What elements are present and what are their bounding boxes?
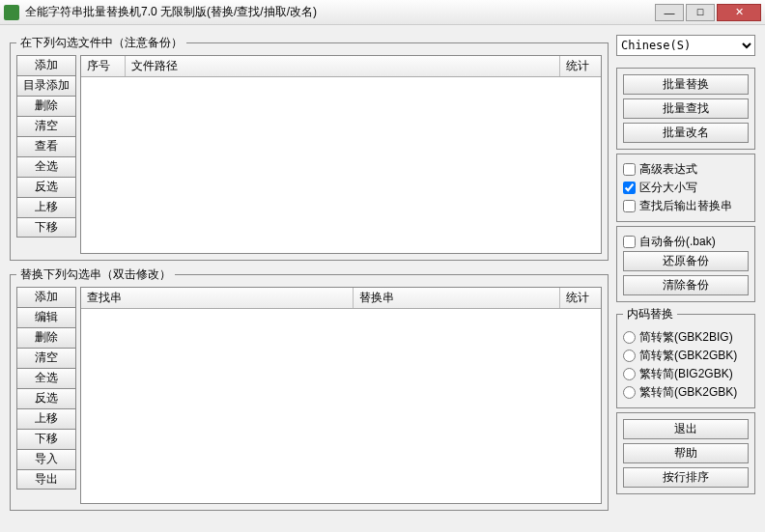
files-button-column: 添加 目录添加 删除 清空 查看 全选 反选 上移 下移	[16, 55, 76, 254]
strings-select-all-button[interactable]: 全选	[16, 368, 76, 388]
window-title: 全能字符串批量替换机7.0 无限制版(替换/查找/抽取/改名)	[25, 4, 653, 20]
strings-invert-sel-button[interactable]: 反选	[16, 388, 76, 408]
files-col-index[interactable]: 序号	[81, 56, 126, 76]
strings-col-replace[interactable]: 替换串	[354, 288, 560, 308]
files-panel: 在下列勾选文件中（注意备份） 添加 目录添加 删除 清空 查看 全选 反选 上移…	[10, 35, 609, 261]
strings-clear-button[interactable]: 清空	[16, 348, 76, 368]
strings-export-button[interactable]: 导出	[16, 469, 76, 490]
strings-delete-button[interactable]: 删除	[16, 327, 76, 348]
strings-panel-legend: 替换下列勾选串（双击修改）	[16, 266, 175, 283]
files-invert-sel-button[interactable]: 反选	[16, 177, 76, 197]
files-view-button[interactable]: 查看	[16, 136, 76, 156]
sort-lines-button[interactable]: 按行排序	[623, 467, 749, 488]
strings-col-find[interactable]: 查找串	[81, 288, 354, 308]
encoding-convert-legend: 内码替换	[623, 306, 677, 322]
strings-col-stats[interactable]: 统计	[560, 288, 601, 308]
strings-button-column: 添加 编辑 删除 清空 全选 反选 上移 下移 导入 导出	[16, 287, 76, 504]
conv-gbk2big-radio[interactable]: 简转繁(GBK2BIG)	[623, 328, 749, 347]
strings-table[interactable]: 查找串 替换串 统计	[80, 287, 602, 504]
files-select-all-button[interactable]: 全选	[16, 156, 76, 177]
app-icon	[4, 5, 19, 20]
strings-panel: 替换下列勾选串（双击修改） 添加 编辑 删除 清空 全选 反选 上移 下移 导入…	[10, 266, 609, 511]
restore-backup-button[interactable]: 还原备份	[623, 251, 749, 271]
strings-move-down-button[interactable]: 下移	[16, 429, 76, 449]
options-panel: 高级表达式 区分大小写 查找后输出替换串	[616, 154, 755, 222]
files-move-up-button[interactable]: 上移	[16, 197, 76, 217]
bottom-buttons-panel: 退出 帮助 按行排序	[616, 412, 755, 494]
files-table-body[interactable]	[81, 77, 601, 253]
close-button[interactable]: ✕	[717, 4, 761, 21]
encoding-select[interactable]: Chinese(S)	[616, 35, 755, 56]
files-table[interactable]: 序号 文件路径 统计	[80, 55, 602, 254]
maximize-button[interactable]: ☐	[686, 4, 715, 21]
strings-import-button[interactable]: 导入	[16, 449, 76, 469]
regex-checkbox[interactable]: 高级表达式	[623, 160, 749, 179]
strings-add-button[interactable]: 添加	[16, 287, 76, 307]
files-col-stats[interactable]: 统计	[560, 56, 601, 76]
files-move-down-button[interactable]: 下移	[16, 217, 76, 238]
titlebar: 全能字符串批量替换机7.0 无限制版(替换/查找/抽取/改名) — ☐ ✕	[0, 0, 765, 25]
encoding-convert-panel: 内码替换 简转繁(GBK2BIG) 简转繁(GBK2GBK) 繁转简(BIG2G…	[616, 306, 755, 408]
backup-panel: 自动备份(.bak) 还原备份 清除备份	[616, 226, 755, 302]
strings-move-up-button[interactable]: 上移	[16, 408, 76, 429]
files-col-path[interactable]: 文件路径	[126, 56, 560, 76]
help-button[interactable]: 帮助	[623, 443, 749, 463]
strings-edit-button[interactable]: 编辑	[16, 307, 76, 327]
strings-table-body[interactable]	[81, 309, 601, 503]
conv-gbk2gbk-s2t-radio[interactable]: 简转繁(GBK2GBK)	[623, 347, 749, 365]
minimize-button[interactable]: —	[655, 4, 684, 21]
batch-rename-button[interactable]: 批量改名	[623, 123, 749, 143]
files-clear-button[interactable]: 清空	[16, 116, 76, 136]
case-checkbox[interactable]: 区分大小写	[623, 179, 749, 197]
files-add-dir-button[interactable]: 目录添加	[16, 75, 76, 96]
clear-backup-button[interactable]: 清除备份	[623, 275, 749, 295]
output-replace-checkbox[interactable]: 查找后输出替换串	[623, 197, 749, 215]
files-delete-button[interactable]: 删除	[16, 96, 76, 116]
files-panel-legend: 在下列勾选文件中（注意备份）	[16, 35, 186, 51]
batch-actions-panel: 批量替换 批量查找 批量改名	[616, 68, 755, 150]
conv-gbk2gbk-t2s-radio[interactable]: 繁转简(GBK2GBK)	[623, 383, 749, 402]
auto-backup-checkbox[interactable]: 自动备份(.bak)	[623, 233, 749, 251]
files-add-button[interactable]: 添加	[16, 55, 76, 75]
exit-button[interactable]: 退出	[623, 419, 749, 439]
conv-big2gbk-radio[interactable]: 繁转简(BIG2GBK)	[623, 365, 749, 383]
batch-find-button[interactable]: 批量查找	[623, 98, 749, 119]
batch-replace-button[interactable]: 批量替换	[623, 74, 749, 95]
